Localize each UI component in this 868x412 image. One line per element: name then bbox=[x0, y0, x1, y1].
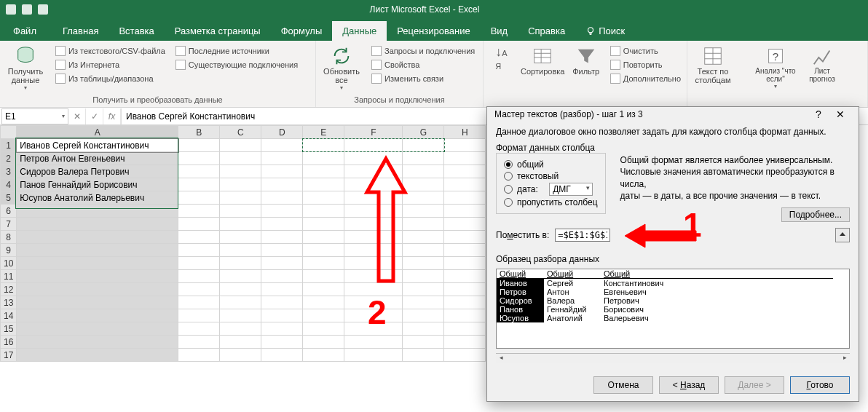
reapply-button[interactable]: Повторить bbox=[607, 59, 684, 71]
cell[interactable] bbox=[178, 309, 220, 322]
row-header[interactable]: 9 bbox=[1, 244, 17, 257]
cell[interactable] bbox=[344, 283, 403, 296]
cell[interactable] bbox=[220, 205, 261, 218]
cell[interactable] bbox=[261, 349, 303, 362]
radio-date[interactable]: дата: ДМГ bbox=[504, 183, 598, 196]
date-format-combo[interactable]: ДМГ bbox=[549, 183, 593, 196]
tab-file[interactable]: Файл bbox=[3, 21, 52, 41]
chevron-down-icon[interactable]: ▾ bbox=[62, 113, 65, 119]
row-header[interactable]: 10 bbox=[1, 257, 17, 270]
cell[interactable] bbox=[444, 296, 486, 309]
cell[interactable] bbox=[17, 349, 178, 362]
from-csv-button[interactable]: Из текстового/CSV-файла bbox=[52, 45, 168, 57]
cell[interactable] bbox=[403, 349, 444, 362]
cell[interactable] bbox=[403, 244, 444, 257]
tab-help[interactable]: Справка bbox=[518, 21, 575, 41]
row-header[interactable]: 17 bbox=[1, 349, 17, 362]
tab-data[interactable]: Данные bbox=[332, 21, 387, 41]
cell[interactable] bbox=[444, 205, 486, 218]
existing-connections-button[interactable]: Существующие подключения bbox=[173, 59, 301, 71]
cell[interactable] bbox=[17, 218, 178, 231]
cell[interactable] bbox=[403, 165, 444, 178]
cell[interactable] bbox=[178, 336, 220, 349]
cell[interactable] bbox=[17, 283, 178, 296]
cell[interactable] bbox=[444, 191, 486, 205]
cell[interactable] bbox=[344, 349, 403, 362]
cell[interactable] bbox=[344, 165, 403, 178]
cell[interactable] bbox=[261, 191, 303, 205]
refresh-all-button[interactable]: Обновить все ▾ bbox=[319, 42, 364, 94]
select-all-corner[interactable] bbox=[1, 126, 17, 139]
row-header[interactable]: 6 bbox=[1, 205, 17, 218]
cell[interactable] bbox=[444, 152, 486, 165]
cell[interactable] bbox=[344, 336, 403, 349]
cell[interactable] bbox=[220, 322, 261, 336]
cell[interactable] bbox=[344, 218, 403, 231]
cell[interactable]: Панов Геннайдий Борисович bbox=[17, 178, 178, 191]
back-button[interactable]: < Назад bbox=[659, 376, 719, 394]
cell[interactable] bbox=[444, 322, 486, 336]
cell[interactable] bbox=[303, 283, 344, 296]
cell[interactable] bbox=[444, 283, 486, 296]
col-header-b[interactable]: B bbox=[178, 126, 220, 139]
cancel-button[interactable]: Отмена bbox=[593, 376, 653, 394]
cell[interactable] bbox=[261, 322, 303, 336]
cell[interactable] bbox=[403, 191, 444, 205]
cell[interactable] bbox=[303, 139, 344, 152]
row-header[interactable]: 14 bbox=[1, 309, 17, 322]
row-header[interactable]: 13 bbox=[1, 296, 17, 309]
row-header[interactable]: 7 bbox=[1, 218, 17, 231]
cell[interactable] bbox=[178, 244, 220, 257]
cell[interactable] bbox=[444, 218, 486, 231]
cell[interactable] bbox=[303, 309, 344, 322]
cell[interactable]: Сидоров Валера Петрович bbox=[17, 165, 178, 178]
cell[interactable] bbox=[220, 296, 261, 309]
cell[interactable]: Петров Антон Евгеньевич bbox=[17, 152, 178, 165]
cell[interactable] bbox=[17, 205, 178, 218]
worksheet-grid[interactable]: A B C D E F G H 1Иванов Сергей Константи… bbox=[0, 125, 486, 362]
cell[interactable] bbox=[261, 336, 303, 349]
cell[interactable] bbox=[444, 270, 486, 283]
cell[interactable] bbox=[17, 322, 178, 336]
cell[interactable] bbox=[444, 231, 486, 244]
cell[interactable] bbox=[344, 178, 403, 191]
tab-page-layout[interactable]: Разметка страницы bbox=[165, 21, 271, 41]
cell[interactable]: Иванов Сергей Константинович bbox=[17, 139, 178, 152]
cell[interactable] bbox=[261, 283, 303, 296]
cell[interactable] bbox=[303, 152, 344, 165]
preview-scrollbar[interactable]: ◂ ▸ bbox=[496, 353, 850, 363]
tab-review[interactable]: Рецензирование bbox=[387, 21, 480, 41]
cell[interactable] bbox=[403, 296, 444, 309]
cell[interactable] bbox=[178, 296, 220, 309]
recent-sources-button[interactable]: Последние источники bbox=[173, 45, 301, 57]
cell[interactable] bbox=[403, 283, 444, 296]
advanced-filter-button[interactable]: Дополнительно bbox=[607, 73, 684, 84]
cell[interactable] bbox=[220, 257, 261, 270]
cell[interactable] bbox=[220, 231, 261, 244]
row-header[interactable]: 15 bbox=[1, 322, 17, 336]
undo-icon[interactable] bbox=[22, 4, 32, 15]
row-header[interactable]: 11 bbox=[1, 270, 17, 283]
row-header[interactable]: 1 bbox=[1, 139, 17, 152]
cell[interactable] bbox=[17, 244, 178, 257]
cell[interactable] bbox=[303, 336, 344, 349]
col-header-h[interactable]: H bbox=[444, 126, 486, 139]
cell[interactable] bbox=[261, 218, 303, 231]
col-header-d[interactable]: D bbox=[261, 126, 303, 139]
cell[interactable] bbox=[303, 322, 344, 336]
cell[interactable] bbox=[220, 336, 261, 349]
cell[interactable] bbox=[403, 178, 444, 191]
sort-button[interactable]: Сортировка bbox=[521, 42, 564, 94]
cell[interactable] bbox=[178, 139, 220, 152]
cell[interactable] bbox=[444, 309, 486, 322]
cell[interactable] bbox=[220, 309, 261, 322]
get-data-button[interactable]: Получить данные ▾ bbox=[3, 42, 48, 94]
cell[interactable] bbox=[403, 309, 444, 322]
cell[interactable] bbox=[344, 231, 403, 244]
cell[interactable] bbox=[17, 257, 178, 270]
cancel-formula-button[interactable]: ✕ bbox=[68, 108, 86, 124]
cell[interactable] bbox=[303, 296, 344, 309]
radio-general[interactable]: общий bbox=[504, 159, 598, 170]
cell[interactable] bbox=[303, 244, 344, 257]
cell[interactable] bbox=[403, 231, 444, 244]
